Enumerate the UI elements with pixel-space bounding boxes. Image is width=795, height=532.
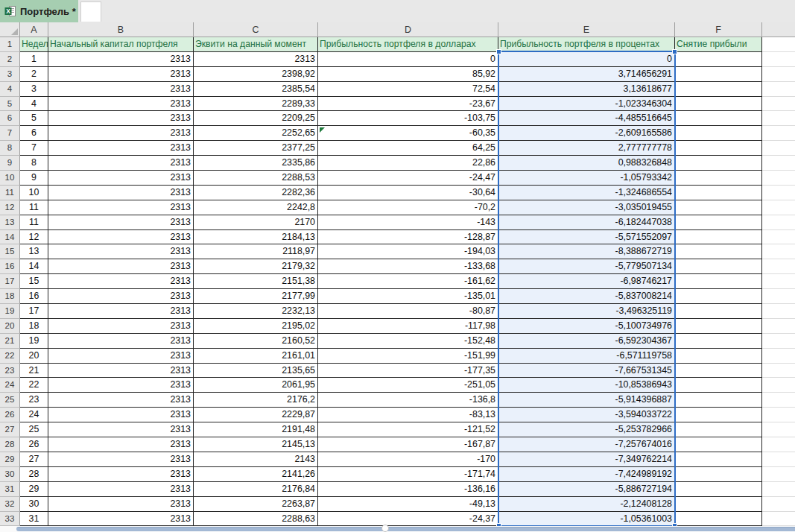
row-header-3[interactable]: 3 xyxy=(0,67,20,82)
cell-empty[interactable] xyxy=(762,437,795,452)
row-header-4[interactable]: 4 xyxy=(0,82,20,97)
select-all-corner[interactable] xyxy=(0,22,20,37)
cell[interactable]: 2313 xyxy=(48,111,194,126)
cell[interactable]: -177,35 xyxy=(318,364,498,379)
column-header-partial[interactable] xyxy=(762,22,795,37)
cell[interactable]: -143 xyxy=(318,215,498,230)
cell[interactable] xyxy=(675,289,762,304)
row-header-8[interactable]: 8 xyxy=(0,141,20,156)
cell-empty[interactable] xyxy=(762,111,795,126)
cell[interactable]: 2313 xyxy=(194,52,318,67)
cell-empty[interactable] xyxy=(762,97,795,112)
cell[interactable]: -3,594033722 xyxy=(498,408,675,422)
cell[interactable]: 2313 xyxy=(48,452,194,467)
cell[interactable] xyxy=(675,244,762,259)
cell-empty[interactable] xyxy=(762,37,795,52)
cell[interactable]: -3,035019455 xyxy=(498,200,675,215)
cell[interactable] xyxy=(675,378,762,393)
cell[interactable]: 2313 xyxy=(48,437,194,452)
cell[interactable]: 2313 xyxy=(48,408,194,422)
cell[interactable]: 17 xyxy=(20,304,48,319)
cell[interactable]: -5,779507134 xyxy=(498,259,675,274)
cell[interactable]: -1,05793342 xyxy=(498,171,675,186)
cell[interactable]: 11 xyxy=(20,200,48,215)
cell[interactable]: 2145,13 xyxy=(194,437,318,452)
cell[interactable]: 2141,26 xyxy=(194,467,318,482)
cell[interactable]: 64,25 xyxy=(318,141,498,156)
cell[interactable]: 2313 xyxy=(48,364,194,379)
cell[interactable]: 2313 xyxy=(48,497,194,512)
cell[interactable]: 7 xyxy=(20,141,48,156)
cell-empty[interactable] xyxy=(762,349,795,364)
cell[interactable]: -7,349762214 xyxy=(498,452,675,467)
row-header-27[interactable]: 27 xyxy=(0,422,20,437)
header-cell[interactable]: Неделя xyxy=(20,37,48,52)
cell[interactable]: 11 xyxy=(20,215,48,230)
cell[interactable]: 2313 xyxy=(48,215,194,230)
cell[interactable]: -7,667531345 xyxy=(498,364,675,379)
cell[interactable]: -151,99 xyxy=(318,349,498,364)
cell[interactable]: 2313 xyxy=(48,304,194,319)
cell-empty[interactable] xyxy=(762,67,795,82)
row-header-5[interactable]: 5 xyxy=(0,97,20,112)
cell[interactable]: 5 xyxy=(20,111,48,126)
cell[interactable]: 28 xyxy=(20,467,48,482)
cell[interactable]: 30 xyxy=(20,497,48,512)
cell[interactable]: 2176,2 xyxy=(194,393,318,408)
row-header-21[interactable]: 21 xyxy=(0,334,20,349)
column-header-c[interactable]: C xyxy=(194,22,318,37)
cell[interactable] xyxy=(675,349,762,364)
cell-empty[interactable] xyxy=(762,482,795,497)
cell[interactable]: 2179,32 xyxy=(194,259,318,274)
cell-empty[interactable] xyxy=(762,289,795,304)
cell[interactable]: -49,13 xyxy=(318,497,498,512)
cell[interactable]: -194,03 xyxy=(318,244,498,259)
cell[interactable]: 2161,01 xyxy=(194,349,318,364)
cell[interactable]: 2061,95 xyxy=(194,378,318,393)
cell[interactable]: 2313 xyxy=(48,289,194,304)
cell[interactable]: -7,257674016 xyxy=(498,437,675,452)
cell[interactable]: 2313 xyxy=(48,200,194,215)
cell[interactable]: 29 xyxy=(20,482,48,497)
cell[interactable] xyxy=(675,186,762,200)
cell[interactable] xyxy=(675,364,762,379)
cell[interactable]: 15 xyxy=(20,274,48,289)
cell-empty[interactable] xyxy=(762,230,795,245)
cell[interactable]: 2313 xyxy=(48,378,194,393)
cell[interactable]: 2313 xyxy=(48,186,194,200)
cell[interactable] xyxy=(675,304,762,319)
cell-empty[interactable] xyxy=(762,156,795,171)
cell[interactable]: 19 xyxy=(20,334,48,349)
row-header-7[interactable]: 7 xyxy=(0,126,20,141)
cell[interactable]: -80,87 xyxy=(318,304,498,319)
cell[interactable]: -117,98 xyxy=(318,319,498,334)
cell[interactable]: 3,13618677 xyxy=(498,82,675,97)
header-cell[interactable]: Прибыльность портфеля в долларах xyxy=(318,37,498,52)
cell[interactable]: 2118,97 xyxy=(194,244,318,259)
cell[interactable]: -5,914396887 xyxy=(498,393,675,408)
cell[interactable]: -121,52 xyxy=(318,422,498,437)
cell[interactable]: -170 xyxy=(318,452,498,467)
cell[interactable]: 2313 xyxy=(48,230,194,245)
row-header-11[interactable]: 11 xyxy=(0,186,20,200)
cell[interactable] xyxy=(675,408,762,422)
cell[interactable] xyxy=(675,334,762,349)
cell[interactable]: 2263,87 xyxy=(194,497,318,512)
cell[interactable]: -7,424989192 xyxy=(498,467,675,482)
header-cell[interactable]: Снятие прибыли xyxy=(675,37,762,52)
cell[interactable]: -5,571552097 xyxy=(498,230,675,245)
cell[interactable]: 2135,65 xyxy=(194,364,318,379)
cell[interactable]: -30,64 xyxy=(318,186,498,200)
cell[interactable]: -5,100734976 xyxy=(498,319,675,334)
cell[interactable]: -6,182447038 xyxy=(498,215,675,230)
row-header-17[interactable]: 17 xyxy=(0,274,20,289)
cell[interactable] xyxy=(675,319,762,334)
cell[interactable]: 2313 xyxy=(48,512,194,527)
cell[interactable]: 2282,36 xyxy=(194,186,318,200)
row-header-14[interactable]: 14 xyxy=(0,230,20,245)
cell[interactable]: 2191,48 xyxy=(194,422,318,437)
cell[interactable] xyxy=(675,497,762,512)
cell[interactable] xyxy=(675,171,762,186)
cell[interactable] xyxy=(675,82,762,97)
cell[interactable]: 2,777777778 xyxy=(498,141,675,156)
